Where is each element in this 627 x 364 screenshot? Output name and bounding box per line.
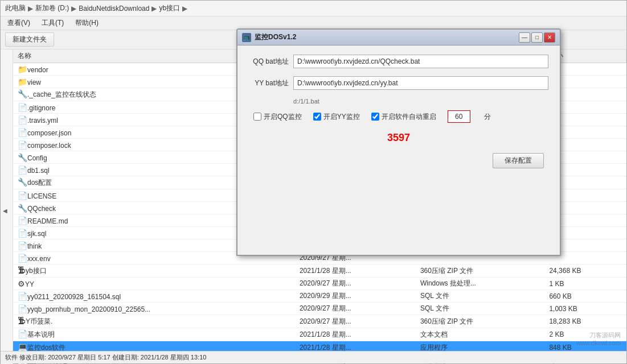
cell-name: 📄yy0211_20200928_161504.sql [13,290,295,303]
save-config-button[interactable]: 保存配置 [493,153,544,168]
save-btn-row: 保存配置 [249,153,548,168]
interval-input[interactable] [448,110,470,123]
cell-type: 文本文档 [416,328,544,341]
sidebar-arrow-icon: ◀ [3,208,7,214]
sidebar: ◀ [1,49,13,364]
new-folder-button[interactable]: 新建文件夹 [5,32,54,47]
cell-type: SQL 文件 [416,290,544,303]
status-bar: 软件 修改日期: 2020/9/27 星期日 5:17 创建日期: 2021/1… [1,351,626,363]
yy-bat-input[interactable] [293,76,548,90]
cell-date: 2020/9/27 星期... [295,278,416,290]
auto-restart-checkbox[interactable] [371,113,379,121]
cell-date: 2020/9/27 星期... [295,303,416,315]
table-row[interactable]: 📄yyqb_pornhub_mon_20200910_22565... 2020… [13,303,626,315]
maximize-button[interactable]: □ [531,32,543,43]
qq-bat-row: QQ bat地址 [249,55,548,68]
dialog-titlebar: 📺 监控DOSv1.2 — □ ✕ [237,30,560,46]
cell-size: 18,283 KB [544,315,626,328]
hint-text: d:/1/1.bat [293,98,548,105]
breadcrumb-baidu[interactable]: BaiduNetdiskDownload [79,5,149,13]
cell-type: SQL 文件 [416,303,544,315]
yy-monitor-checkbox-item[interactable]: 开启YY监控 [313,112,360,122]
yy-monitor-label: 开启YY监控 [323,112,360,122]
yy-bat-row: YY bat地址 [249,76,548,90]
qq-bat-input[interactable] [293,55,548,68]
auto-restart-label: 开启软件自动重启 [382,112,436,122]
breadcrumb-sep-3: ▶ [151,5,157,13]
cell-name: ⚙YY [13,278,295,290]
monitor-icon: 📺 [243,34,250,40]
menu-tools[interactable]: 工具(T) [39,18,66,28]
menu-help[interactable]: 帮助(H) [73,18,101,28]
cell-date: 2020/9/27 星期... [295,315,416,328]
breadcrumb-yb[interactable]: yb接口 [159,3,180,13]
yy-bat-label: YY bat地址 [249,78,289,88]
cell-type: 360压缩 ZIP 文件 [416,315,544,328]
auto-restart-checkbox-item[interactable]: 开启软件自动重启 [371,112,436,122]
table-row[interactable]: ⚙YY 2020/9/27 星期... Windows 批处理... 1 KB [13,278,626,290]
cell-size: 1,003 KB [544,303,626,315]
qq-bat-label: QQ bat地址 [249,57,289,67]
yy-monitor-checkbox[interactable] [313,113,321,121]
breadcrumb-computer[interactable]: 此电脑 [5,3,26,13]
cell-date: 2021/1/28 星期... [295,264,416,278]
table-row[interactable]: 📄yy0211_20200928_161504.sql 2020/9/29 星期… [13,290,626,303]
qq-monitor-checkbox[interactable] [253,113,261,121]
breadcrumb-drive[interactable]: 新加卷 (D:) [35,3,69,13]
cell-name: 🗜yb接口 [13,264,295,278]
checkbox-row: 开启QQ监控 开启YY监控 开启软件自动重启 分 [249,110,548,123]
cell-date: 2020/9/29 星期... [295,290,416,303]
cell-size: 1 KB [544,278,626,290]
cell-size: 660 KB [544,290,626,303]
dialog-window: 📺 监控DOSv1.2 — □ ✕ QQ bat地址 YY bat地址 d:/1 [236,28,561,256]
dialog-title-buttons: — □ ✕ [519,32,555,43]
menu-view[interactable]: 查看(V) [5,18,32,28]
qq-monitor-label: 开启QQ监控 [264,112,302,122]
fen-label: 分 [484,112,491,122]
breadcrumb-sep-4: ▶ [182,5,187,13]
status-text: 软件 修改日期: 2020/9/27 星期日 5:17 创建日期: 2021/1… [5,353,206,362]
breadcrumb-sep-2: ▶ [71,5,76,13]
cell-name: 📄基本说明 [13,328,295,341]
qq-monitor-checkbox-item[interactable]: 开启QQ监控 [253,112,302,122]
dialog-title-icon: 📺 [242,33,251,42]
breadcrumb-bar: 此电脑 ▶ 新加卷 (D:) ▶ BaiduNetdiskDownload ▶ … [1,1,626,16]
cell-name: 🗜Y币菠菜. [13,315,295,328]
minimize-button[interactable]: — [519,32,530,43]
table-row[interactable]: 📄基本说明 2021/1/28 星期... 文本文档 2 KB [13,328,626,341]
cell-date: 2021/1/28 星期... [295,328,416,341]
status-number: 3597 [249,132,548,144]
table-row[interactable]: 🗜Y币菠菜. 2020/9/27 星期... 360压缩 ZIP 文件 18,2… [13,315,626,328]
dialog-body: QQ bat地址 YY bat地址 d:/1/1.bat 开启QQ监控 开启YY… [237,46,560,177]
cell-type: 360压缩 ZIP 文件 [416,264,544,278]
cell-name: 📄yyqb_pornhub_mon_20200910_22565... [13,303,295,315]
table-row[interactable]: 🗜yb接口 2021/1/28 星期... 360压缩 ZIP 文件 24,36… [13,264,626,278]
cell-size: 2 KB [544,328,626,341]
dialog-title-text: 监控DOSv1.2 [255,32,519,42]
breadcrumb-sep-1: ▶ [28,5,33,13]
close-button[interactable]: ✕ [544,32,555,43]
cell-type: Windows 批处理... [416,278,544,290]
cell-size: 24,368 KB [544,264,626,278]
